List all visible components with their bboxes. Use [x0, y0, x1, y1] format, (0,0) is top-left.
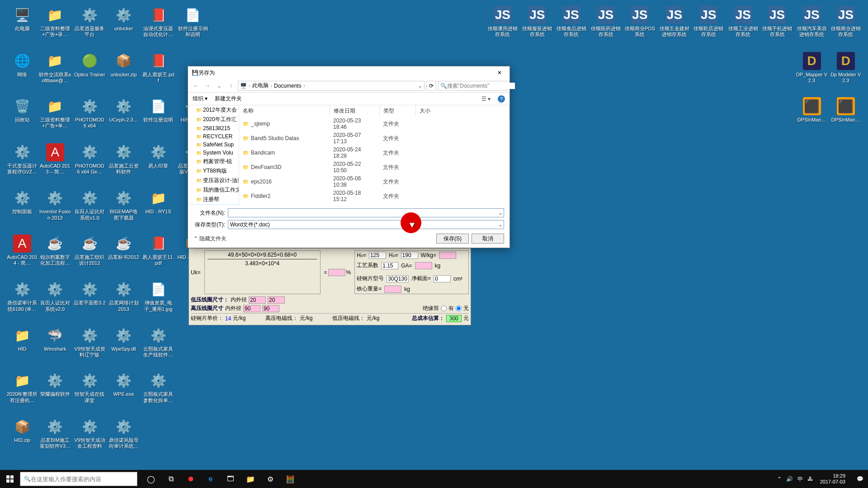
tree-item[interactable]: 📁2020年工作汇	[188, 115, 239, 124]
edge-button[interactable]: e	[201, 470, 221, 488]
desktop-icon[interactable]: V9恒智天成冶金工程资料	[73, 418, 106, 449]
cortana-button[interactable]: ◯	[141, 470, 161, 488]
col-name[interactable]: 名称	[239, 105, 330, 117]
desktop-icon[interactable]: PHOTOMOD 6 x64	[73, 97, 106, 129]
filetype-select[interactable]: Word文件(*.doc) ⌄	[228, 220, 504, 229]
ime-indicator[interactable]: 中	[797, 475, 803, 483]
desktop-icon[interactable]: 佳顺五金建材进销存系统	[658, 6, 691, 38]
chevron-down-icon[interactable]: ⌄	[498, 221, 503, 228]
desktop-icon[interactable]: DPSInMan…	[796, 97, 828, 123]
h0-input[interactable]: 125	[369, 252, 386, 259]
desktop-icon[interactable]: HID.zip	[6, 418, 38, 443]
tree-item[interactable]: 📁变压器设计-油浸	[188, 176, 239, 185]
app-button-1[interactable]: 🗔	[221, 470, 241, 488]
desktop-icon[interactable]: 增值发票_电子_通用1.jpg	[142, 280, 175, 312]
tree-item[interactable]: 🖥️此电脑	[188, 204, 239, 205]
desktop-icon[interactable]: 易人票据王11.pdf	[142, 235, 175, 266]
organize-menu[interactable]: 组织 ▾	[193, 95, 208, 103]
gy-inner[interactable]: 90	[243, 305, 260, 312]
desktop-icon[interactable]: DP_Mapper V2.3	[796, 52, 828, 84]
col-size[interactable]: 大小	[415, 105, 509, 117]
desktop-icon[interactable]: HID	[6, 326, 38, 352]
tree-item[interactable]: 📁2012年度大会	[188, 105, 239, 115]
dy-inner[interactable]: 20	[249, 296, 266, 304]
start-button[interactable]	[0, 470, 20, 488]
nav-hist[interactable]: ⌄	[214, 81, 224, 91]
desktop-icon[interactable]: HID - RY1S	[142, 189, 175, 215]
gyxs-select[interactable]: 1.15	[381, 262, 398, 269]
record-button[interactable]: ⏺	[181, 470, 201, 488]
desktop-icon[interactable]: 品茗网络计划2013	[108, 280, 140, 312]
new-folder-button[interactable]: 新建文件夹	[215, 95, 242, 103]
nav-fwd[interactable]: →	[203, 81, 212, 91]
desktop-icon[interactable]: 此电脑	[6, 6, 38, 32]
desktop-icon[interactable]: 云熙板式家具参数化拆单…	[142, 371, 175, 403]
explorer-button[interactable]: 📁	[241, 470, 260, 488]
desktop-icon[interactable]: 网络	[6, 52, 38, 78]
desktop-icon[interactable]: 佳顺医药进销存系统	[590, 6, 622, 38]
desktop-icon[interactable]: AutoCAD 2014 - 简…	[6, 235, 38, 266]
desktop-icon[interactable]: 回收站	[6, 97, 38, 123]
desktop-icon[interactable]: 云熙板式家具生产线软件…	[142, 326, 175, 358]
jjm-input[interactable]: 0	[434, 275, 451, 282]
col-type[interactable]: 类型	[379, 105, 415, 117]
h0p-input[interactable]: 190	[401, 252, 418, 259]
file-row[interactable]: OMRON FZ2020-05-17 11:22文件夹	[239, 203, 509, 205]
tray-chevron[interactable]: ⌃	[777, 476, 782, 482]
taskbar-search[interactable]: 🔍	[20, 472, 137, 486]
filename-input[interactable]: ⌄	[228, 208, 504, 217]
desktop-icon[interactable]: AutoCAD 2013 – 简…	[39, 143, 71, 175]
save-button[interactable]: 保存(S)	[436, 234, 469, 244]
desktop-icon[interactable]: 品茗施工云资料软件	[108, 143, 140, 175]
desktop-icon[interactable]: 佳顺服装进销存系统	[521, 6, 553, 38]
view-mode-button[interactable]: ☰ ▾	[481, 96, 491, 102]
crumb-pc[interactable]: 此电脑	[252, 82, 269, 89]
desktop-icon[interactable]: 品茗施工组织设计2012	[73, 235, 106, 266]
uk-result[interactable]	[328, 269, 345, 276]
desktop-icon[interactable]: WpeSpy.dll	[108, 326, 140, 352]
desktop-icon[interactable]: 三级资料整理+广告+单…	[39, 97, 71, 129]
wkg-input[interactable]	[439, 252, 456, 259]
desktop-icon[interactable]: Wireshark	[39, 326, 71, 352]
desktop-icon[interactable]: 佳顺鞋店进销存系统	[692, 6, 725, 38]
search-input[interactable]	[447, 83, 515, 89]
file-row[interactable]: Fiddler22020-05-18 15:12文件夹	[239, 189, 509, 203]
desktop-icon[interactable]: 二级资料整理+广告+录…	[39, 6, 71, 38]
desktop-icon[interactable]: 品茗标书2012	[108, 235, 140, 260]
desktop-icon[interactable]: 品茗BIM施工策划软件V3…	[39, 418, 71, 449]
breadcrumb[interactable]: 🖥️› 此电脑› Documents› ⌄	[238, 81, 425, 91]
desktop-icon[interactable]: Inventor Fusion 2013	[39, 189, 71, 221]
taskbar-search-input[interactable]	[31, 476, 133, 483]
jyt-no[interactable]	[456, 305, 462, 311]
desktop-icon[interactable]: unlocker	[108, 6, 140, 32]
desktop-icon[interactable]: 品茗逍遥服务平台	[73, 6, 106, 38]
tree-item[interactable]: 📁我的微信工作文	[188, 185, 239, 195]
file-row[interactable]: eps20162020-05-06 10:38文件夹	[239, 174, 509, 189]
help-button[interactable]: ?	[498, 95, 505, 103]
txzl-input[interactable]	[384, 286, 401, 293]
search-box[interactable]: 🔍	[438, 81, 507, 91]
desktop-icon[interactable]: 易人印章	[142, 143, 175, 169]
desktop-icon[interactable]: 佳顺工业进销存系统	[727, 6, 760, 38]
desktop-icon[interactable]: 佳顺商业进销存系统	[830, 6, 862, 38]
settings-button[interactable]: ⚙	[260, 470, 280, 488]
ga-input[interactable]	[415, 262, 432, 269]
desktop-icon[interactable]: 易人票据王.pdf	[142, 52, 175, 84]
file-row[interactable]: _sjtemp2020-05-23 18:46文件夹	[239, 117, 509, 131]
tree-item[interactable]: 📁258138215	[188, 124, 239, 132]
hide-folders-toggle[interactable]: 隐藏文件夹	[193, 235, 226, 243]
desktop-icon[interactable]: 控制面板	[6, 189, 38, 215]
file-list[interactable]: 名称 修改日期 类型 大小 _sjtemp2020-05-23 18:46文件夹…	[239, 105, 509, 205]
desktop-icon[interactable]: 良田人证比对系统v2.0	[39, 280, 71, 312]
gpxh-select[interactable]: 30Q130	[387, 275, 409, 282]
cancel-button[interactable]: 取消	[472, 234, 504, 244]
nav-up[interactable]: ↑	[226, 81, 236, 91]
desktop-icon[interactable]: 干式变压器计算程序GVZ…	[6, 143, 38, 175]
desktop-icon[interactable]: 2020年整理所有注册机…	[6, 371, 38, 403]
gy-outer[interactable]: 90	[262, 305, 279, 312]
notification-button[interactable]: 💬	[852, 470, 868, 488]
desktop-icon[interactable]: 荣耀编程软件	[39, 371, 71, 397]
desktop-icon[interactable]: PHOTOMOD 6 x64 Ge…	[73, 143, 106, 175]
desktop-icon[interactable]: unlocker.zip	[108, 52, 140, 78]
desktop-icon[interactable]: V9恒智天成资料辽宁版	[73, 326, 106, 358]
